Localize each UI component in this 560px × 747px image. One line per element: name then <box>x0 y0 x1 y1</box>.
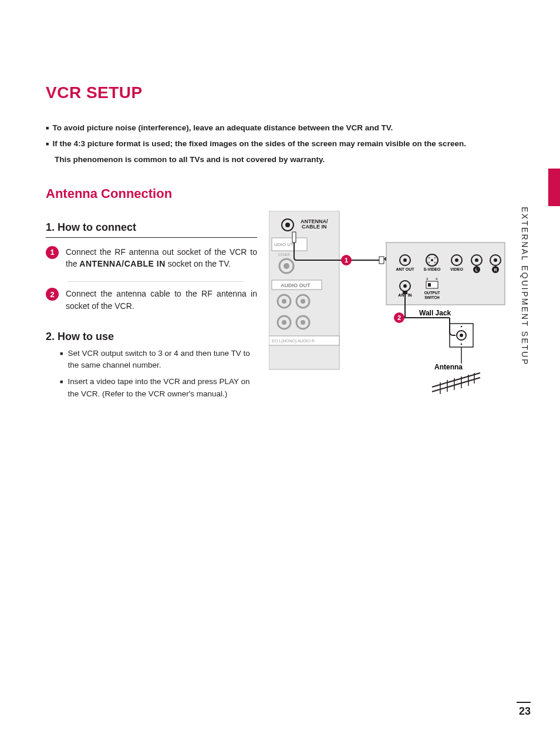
bullet-square-icon: ■ <box>60 350 63 372</box>
svg-point-49 <box>460 334 463 337</box>
svg-point-10 <box>301 299 305 304</box>
section-heading: Antenna Connection <box>46 186 510 201</box>
svg-point-37 <box>494 258 497 262</box>
intro-block: ■ To avoid picture noise (interference),… <box>46 122 510 166</box>
svg-point-34 <box>475 258 478 262</box>
use-item-2-text: Insert a video tape into the VCR and pre… <box>68 376 257 400</box>
step-1-text-b: socket on the TV. <box>166 259 231 268</box>
svg-rect-16 <box>292 232 296 243</box>
svg-rect-17 <box>379 257 384 264</box>
svg-rect-45 <box>403 291 407 294</box>
page-content: VCR SETUP ■ To avoid picture noise (inte… <box>46 83 510 405</box>
step-1-text-bold: ANTENNA/CABLE IN <box>79 259 165 268</box>
svg-point-8 <box>282 299 286 304</box>
left-column: 1. How to connect 1 Connect the RF anten… <box>46 211 257 405</box>
svg-point-24 <box>403 258 407 262</box>
step-2: 2 Connect the antenna cable to the RF an… <box>46 288 257 318</box>
label-l: L <box>475 268 478 272</box>
two-column-layout: 1. How to connect 1 Connect the RF anten… <box>46 211 510 405</box>
svg-point-50 <box>461 325 463 327</box>
intro-text-1: To avoid picture noise (interference), l… <box>52 122 510 134</box>
bullet-square-icon: ■ <box>60 378 63 400</box>
svg-point-5 <box>284 263 289 269</box>
svg-point-12 <box>282 320 286 325</box>
side-chapter-label: EXTERNAL EQUIPMENT SETUP <box>520 207 529 366</box>
label-coax: COAX <box>278 253 290 257</box>
svg-point-32 <box>455 258 458 262</box>
bullet-square-icon: ■ <box>46 124 49 134</box>
intro-text-2b: This phenomenon is common to all TVs and… <box>55 154 510 166</box>
svg-point-51 <box>461 343 463 345</box>
diagram-bullet-1: 1 <box>345 257 348 264</box>
side-margin-tab <box>548 169 560 206</box>
use-item-1: ■ Set VCR output switch to 3 or 4 and th… <box>60 348 257 372</box>
page-title: VCR SETUP <box>46 83 510 102</box>
diagram-bullet-2: 2 <box>397 314 401 321</box>
label-antenna-word: Antenna <box>434 363 463 371</box>
intro-line-2: ■ If the 4:3 picture format is used; the… <box>46 138 510 150</box>
use-item-1-text: Set VCR output switch to 3 or 4 and then… <box>68 348 257 372</box>
intro-text-2: If the 4:3 picture format is used; the f… <box>52 138 510 150</box>
label-switch: SWITCH <box>424 295 440 300</box>
svg-point-29 <box>429 262 430 263</box>
svg-point-28 <box>434 257 436 258</box>
label-svideo: S-VIDEO <box>424 267 441 271</box>
svg-point-14 <box>301 320 305 325</box>
label-cable-in: CABLE IN <box>302 224 327 230</box>
svg-point-30 <box>434 262 436 263</box>
label-wall-jack: Wall Jack <box>419 309 451 317</box>
how-to-use-heading: 2. How to use <box>46 331 257 343</box>
step-2-text: Connect the antenna cable to the RF ante… <box>66 288 257 312</box>
svg-point-40 <box>403 284 407 288</box>
label-audio-out: AUDIO OUT <box>281 282 311 288</box>
page-number: 23 <box>517 702 531 718</box>
label-ant-out: ANT OUT <box>396 267 414 271</box>
svg-point-2 <box>285 223 290 227</box>
how-to-connect-heading: 1. How to connect <box>46 221 257 234</box>
step-bullet-1-icon: 1 <box>46 246 59 259</box>
step-separator <box>68 281 244 282</box>
label-udio-ut: UDIO UT <box>274 242 294 247</box>
bullet-square-icon: ■ <box>46 140 49 150</box>
step-bullet-2-icon: 2 <box>46 288 59 301</box>
rule-line <box>46 237 257 238</box>
intro-line-2b: This phenomenon is common to all TVs and… <box>46 154 510 166</box>
svg-rect-42 <box>428 283 431 287</box>
how-to-use-list: ■ Set VCR output switch to 3 or 4 and th… <box>60 348 257 400</box>
step-1-text: Connect the RF antenna out socket of the… <box>66 246 257 270</box>
label-output: OUTPUT <box>424 291 440 295</box>
label-r: R <box>494 268 497 272</box>
antenna-icon <box>432 373 480 394</box>
step-1: 1 Connect the RF antenna out socket of t… <box>46 246 257 276</box>
use-item-2: ■ Insert a video tape into the VCR and p… <box>60 376 257 400</box>
connection-diagram: ANTENNA/ CABLE IN UDIO UT COAX AUDIO OUT <box>269 211 506 405</box>
svg-point-27 <box>429 257 430 258</box>
label-video: VIDEO <box>450 267 463 271</box>
svg-point-26 <box>431 259 433 261</box>
label-bottom-row: EO L(MONO) AUDIO R <box>272 339 315 344</box>
intro-line-1: ■ To avoid picture noise (interference),… <box>46 122 510 134</box>
